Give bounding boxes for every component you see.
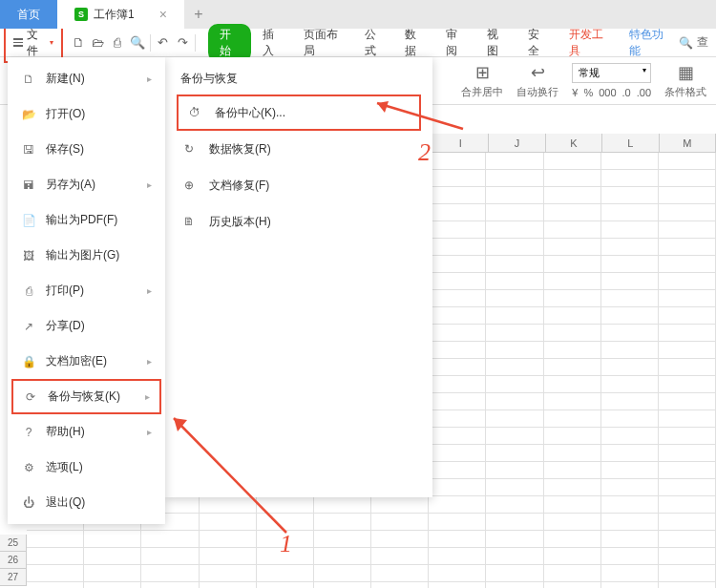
cell[interactable] <box>601 325 659 342</box>
cell[interactable] <box>486 204 543 221</box>
cell[interactable] <box>659 342 716 359</box>
submenu-item-2[interactable]: ⊕文档修复(F) <box>165 167 432 203</box>
cell[interactable] <box>486 325 543 342</box>
cell[interactable] <box>486 239 543 256</box>
cell[interactable] <box>544 376 601 393</box>
cell[interactable] <box>601 359 659 376</box>
tab-security[interactable]: 安全 <box>518 23 558 63</box>
cell[interactable] <box>659 153 716 170</box>
cell[interactable] <box>141 582 199 588</box>
cell[interactable] <box>429 479 486 496</box>
cell[interactable] <box>257 496 314 514</box>
cell[interactable] <box>371 514 429 531</box>
col-header[interactable]: J <box>489 134 545 152</box>
cell[interactable] <box>314 565 371 582</box>
cell[interactable] <box>371 531 429 548</box>
row-header[interactable]: 25 <box>0 535 27 552</box>
cell[interactable] <box>429 256 486 273</box>
cell[interactable] <box>429 428 486 445</box>
menu-item-exit[interactable]: ⏻退出(Q) <box>8 485 165 520</box>
qat-print-icon[interactable]: ⎙ <box>108 32 127 53</box>
cell[interactable] <box>659 496 716 514</box>
cell[interactable] <box>200 531 257 548</box>
cell[interactable] <box>84 531 141 548</box>
cell[interactable] <box>659 256 716 273</box>
cell[interactable] <box>429 582 486 588</box>
cell[interactable] <box>429 462 486 479</box>
cell[interactable] <box>429 187 486 204</box>
cell[interactable] <box>601 565 659 582</box>
menu-item-print[interactable]: ⎙打印(P)▸ <box>8 273 165 308</box>
cell[interactable] <box>429 221 486 239</box>
cell[interactable] <box>314 496 371 514</box>
cell[interactable] <box>544 239 601 256</box>
cell[interactable] <box>429 342 486 359</box>
cell[interactable] <box>200 582 257 588</box>
currency-icon[interactable]: ¥ <box>572 87 578 98</box>
cell[interactable] <box>429 204 486 221</box>
redo-icon[interactable]: ↷ <box>173 32 192 53</box>
cell[interactable] <box>314 582 371 588</box>
cell[interactable] <box>84 565 141 582</box>
cell[interactable] <box>544 204 601 221</box>
col-header[interactable]: K <box>546 134 602 152</box>
qat-new-icon[interactable]: 🗋 <box>69 32 88 53</box>
cell[interactable] <box>141 548 199 565</box>
cell[interactable] <box>371 582 429 588</box>
cell[interactable] <box>200 514 257 531</box>
cell[interactable] <box>486 565 543 582</box>
inc-decimal-icon[interactable]: .0 <box>622 87 631 98</box>
cell[interactable] <box>371 496 429 514</box>
cell[interactable] <box>659 479 716 496</box>
cell[interactable] <box>141 531 199 548</box>
cell[interactable] <box>659 221 716 239</box>
cell[interactable] <box>601 187 659 204</box>
cell[interactable] <box>659 428 716 445</box>
cell[interactable] <box>486 531 543 548</box>
cell[interactable] <box>429 170 486 187</box>
cell[interactable] <box>544 582 601 588</box>
cell[interactable] <box>601 496 659 514</box>
menu-item-img[interactable]: 🖼输出为图片(G) <box>8 238 165 273</box>
cell[interactable] <box>486 548 543 565</box>
tab-view[interactable]: 视图 <box>477 23 516 63</box>
cell[interactable] <box>486 496 543 514</box>
cell[interactable] <box>601 273 659 290</box>
cell[interactable] <box>84 548 141 565</box>
cell[interactable] <box>486 462 543 479</box>
cell[interactable] <box>429 496 486 514</box>
cell[interactable] <box>601 548 659 565</box>
cell[interactable] <box>429 393 486 410</box>
cell[interactable] <box>544 290 601 307</box>
dec-decimal-icon[interactable]: .00 <box>637 87 651 98</box>
cell[interactable] <box>486 273 543 290</box>
menu-item-lock[interactable]: 🔒文档加密(E)▸ <box>8 344 165 379</box>
cell[interactable] <box>544 359 601 376</box>
cell[interactable] <box>486 170 543 187</box>
cell[interactable] <box>544 393 601 410</box>
percent-icon[interactable]: % <box>583 87 593 98</box>
cell[interactable] <box>486 393 543 410</box>
cell[interactable] <box>27 531 84 548</box>
cell[interactable] <box>486 342 543 359</box>
tab-workbook[interactable]: S 工作簿1 × <box>57 0 184 29</box>
cell[interactable] <box>429 514 486 531</box>
cell[interactable] <box>544 565 601 582</box>
menu-item-backup[interactable]: ⟳备份与恢复(K)▸ <box>11 379 161 414</box>
submenu-item-1[interactable]: ↻数据恢复(R) <box>165 131 432 167</box>
cell[interactable] <box>659 393 716 410</box>
cell[interactable] <box>659 376 716 393</box>
cell[interactable] <box>486 376 543 393</box>
tab-special[interactable]: 特色功能 <box>620 23 679 63</box>
cell[interactable] <box>486 359 543 376</box>
cell[interactable] <box>601 290 659 307</box>
cell[interactable] <box>659 273 716 290</box>
cell[interactable] <box>544 410 601 428</box>
cell[interactable] <box>544 548 601 565</box>
menu-item-doc[interactable]: 🗋新建(N)▸ <box>8 61 165 96</box>
cell[interactable] <box>429 410 486 428</box>
cell[interactable] <box>601 531 659 548</box>
cell[interactable] <box>141 565 199 582</box>
cell[interactable] <box>314 531 371 548</box>
condfmt-button[interactable]: ▦ 条件格式 <box>664 62 706 99</box>
